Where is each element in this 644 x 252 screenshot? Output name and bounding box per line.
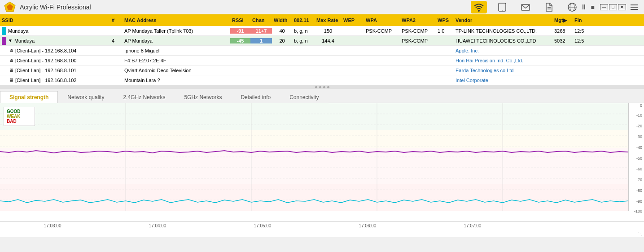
resize-handle[interactable]: ⋱	[638, 232, 642, 236]
header-wps[interactable]: WPS	[436, 17, 454, 23]
doc-toolbar-icon[interactable]	[541, 1, 557, 13]
row-rssi: -91	[230, 28, 250, 34]
row-dot11: b, g, n	[292, 38, 315, 43]
svg-rect-3	[499, 3, 506, 11]
row-chan: 11+7	[250, 28, 272, 34]
header-maxrate[interactable]: Max Rate	[315, 17, 342, 23]
row-mac: AP Mundaya Taller (Tplink 703)	[123, 28, 230, 34]
table-row[interactable]: 🖥 [Client-Lan] - 192.168.8.101 Qviart An…	[0, 65, 644, 75]
pause-button[interactable]: ⏸	[580, 3, 587, 11]
client-icon: 🖥	[9, 68, 13, 73]
svg-rect-14	[0, 184, 628, 211]
globe-toolbar-icon[interactable]	[564, 1, 580, 13]
signal-chart	[0, 103, 628, 211]
client-vendor: Earda Technologies co Ltd	[454, 68, 552, 73]
x-label-3: 17:05:00	[254, 223, 271, 228]
client-icon: 🖥	[9, 58, 13, 63]
client-ssid: [Client-Lan] - 192.168.8.104	[15, 48, 76, 53]
row-fin: 12:5	[573, 38, 644, 43]
row-wpa: PSK-CCMP	[364, 28, 400, 34]
tab-5ghz-networks[interactable]: 5GHz Networks	[175, 91, 231, 103]
app-title: Acrylic Wi-Fi Professional	[20, 4, 471, 11]
y-label-100: -100	[634, 209, 642, 213]
row-mac: AP Mundaya	[123, 38, 230, 43]
scroll-indicator	[323, 86, 325, 88]
y-label-50: -50	[636, 156, 642, 161]
y-label-0: 0	[640, 103, 642, 108]
y-label-20: -20	[636, 124, 642, 128]
restore-button[interactable]: □	[609, 4, 617, 10]
hamburger-menu[interactable]	[631, 2, 640, 12]
mail-toolbar-icon[interactable]	[517, 1, 534, 13]
header-vendor[interactable]: Vendor	[454, 17, 552, 23]
header-80211[interactable]: 802.11	[292, 17, 315, 23]
color-indicator-cyan	[2, 27, 6, 35]
legend-weak: WEAK	[7, 114, 32, 119]
row-rssi: -45	[230, 38, 250, 43]
wifi-toolbar-icon[interactable]	[471, 1, 487, 13]
resize-area: ⋱	[0, 230, 644, 237]
tab-network-quality[interactable]: Network quality	[58, 91, 114, 103]
tab-2ghz-networks[interactable]: 2.4GHz Networks	[114, 91, 175, 103]
table-row[interactable]: ▼ Mundaya 4 AP Mundaya -45 1 20 b, g, n …	[0, 36, 644, 46]
ssid-text: Mundaya	[8, 28, 28, 34]
y-label-70: -70	[636, 178, 642, 182]
stop-button[interactable]: ■	[591, 4, 595, 11]
close-button[interactable]: ✕	[618, 4, 626, 10]
table-row[interactable]: 🖥 [Client-Lan] - 192.168.8.102 Mountain …	[0, 75, 644, 85]
client-mac: Qviart Android Deco Television	[123, 68, 230, 73]
chart-area: GOOD WEAK BAD 0 -10 -20 -30	[0, 103, 644, 221]
tab-detailed-info[interactable]: Detailed info	[231, 91, 280, 103]
header-chan[interactable]: Chan	[250, 17, 272, 23]
y-label-30: -30	[636, 135, 642, 139]
row-vendor: TP-LINK TECHNOLOGIES CO.,LTD.	[454, 28, 552, 34]
table-row[interactable]: 🖥 [Client-Lan] - 192.168.8.104 Iphone 8 …	[0, 46, 644, 56]
client-icon: 🖥	[9, 48, 13, 53]
client-mac: Mountain Lara ?	[123, 78, 230, 83]
row-wps: 1.0	[436, 28, 454, 34]
app-logo	[4, 1, 16, 13]
svg-rect-11	[0, 103, 628, 130]
row-wpa2: PSK-CCMP	[400, 28, 436, 34]
row-width: 40	[272, 28, 292, 34]
y-label-90: -90	[636, 199, 642, 204]
client-mac: Iphone 8 Miguel	[123, 48, 230, 53]
row-mgt: 3268	[552, 28, 573, 34]
y-label-80: -80	[636, 188, 642, 193]
header-wep[interactable]: WEP	[342, 17, 364, 23]
client-vendor: Hon Hai Precision Ind. Co.,Ltd.	[454, 58, 552, 63]
scroll-indicator	[319, 86, 321, 88]
x-axis: 17:03:00 17:04:00 17:05:00 17:06:00 17:0…	[0, 221, 644, 230]
row-mgt: 5032	[552, 38, 573, 43]
header-num[interactable]: #	[110, 17, 123, 23]
row-width: 20	[272, 38, 292, 43]
row-num: 4	[110, 38, 123, 43]
header-wpa2[interactable]: WPA2	[400, 17, 436, 23]
header-mgt[interactable]: Mgt▶	[552, 17, 573, 23]
scrollbar[interactable]	[0, 85, 644, 89]
legend-good: GOOD	[7, 109, 32, 114]
client-vendor: Apple. Inc.	[454, 48, 552, 53]
table-row[interactable]: 🖥 [Client-Lan] - 192.168.8.100 F4:B7:E2:…	[0, 56, 644, 65]
header-fin[interactable]: Fin	[573, 17, 644, 23]
svg-rect-12	[0, 130, 628, 148]
header-wpa[interactable]: WPA	[364, 17, 400, 23]
expand-icon[interactable]: ▼	[8, 38, 13, 43]
y-label-10: -10	[636, 113, 642, 117]
table-row[interactable]: Mundaya AP Mundaya Taller (Tplink 703) -…	[0, 26, 644, 36]
client-mac: F4:B7:E2:07:2E:4F	[123, 58, 230, 63]
tablet-toolbar-icon[interactable]	[494, 1, 510, 13]
header-rssi[interactable]: RSSI	[230, 17, 250, 23]
row-maxrate: 144.4	[315, 38, 342, 43]
table-header: SSID # MAC Address RSSI Chan Width 802.1…	[0, 14, 644, 26]
x-label-5: 17:07:00	[464, 223, 481, 228]
row-dot11: b, g, n	[292, 28, 315, 34]
x-label-2: 17:04:00	[149, 223, 166, 228]
tab-signal-strength[interactable]: Signal strength	[0, 91, 58, 103]
tab-connectivity[interactable]: Connectivity	[280, 91, 328, 103]
header-mac[interactable]: MAC Address	[123, 17, 230, 23]
header-ssid[interactable]: SSID	[0, 17, 110, 23]
scroll-indicator	[327, 86, 329, 88]
header-width[interactable]: Width	[272, 17, 292, 23]
minimize-button[interactable]: —	[600, 4, 608, 10]
